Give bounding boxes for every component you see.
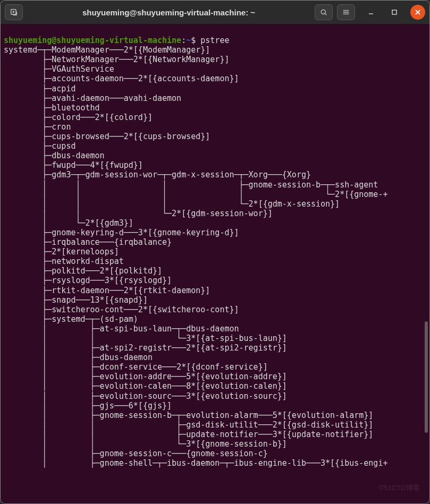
window-title: shuyueming@shuyueming-virtual-machine: ~: [82, 8, 255, 17]
maximize-button[interactable]: [387, 5, 402, 20]
prompt-sep2: $: [191, 36, 200, 45]
prompt-sep1: :: [181, 36, 186, 45]
prompt-path: ~: [186, 36, 191, 45]
svg-point-1: [321, 10, 325, 14]
pstree-output: systemd─┬─ModemManager───2*[{ModemManage…: [4, 45, 426, 468]
close-button[interactable]: [410, 5, 425, 20]
minimize-button[interactable]: [364, 5, 378, 20]
prompt-command: pstree: [200, 36, 229, 45]
terminal-area[interactable]: shuyueming@shuyueming-virtual-machine:~$…: [1, 24, 429, 503]
search-button[interactable]: [315, 4, 333, 20]
scrollbar-thumb[interactable]: [425, 321, 428, 433]
title-bar: shuyueming@shuyueming-virtual-machine: ~: [1, 1, 429, 24]
prompt-user-host: shuyueming@shuyueming-virtual-machine: [4, 36, 181, 45]
menu-button[interactable]: [337, 4, 355, 20]
watermark: ©51CTO博客: [379, 483, 420, 493]
svg-rect-2: [392, 10, 397, 14]
new-tab-button[interactable]: [5, 4, 23, 20]
